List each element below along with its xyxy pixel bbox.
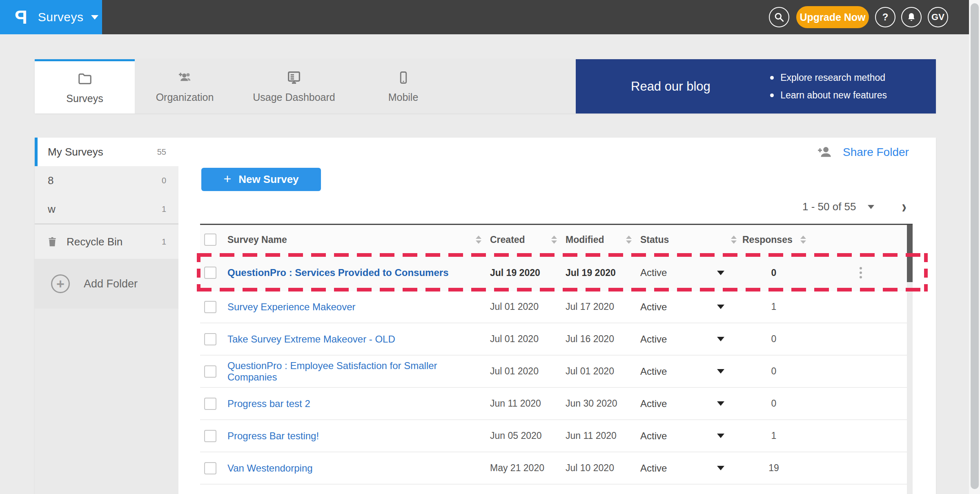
survey-name-link[interactable]: Take Survey Extreme Makeover - OLD	[227, 334, 395, 345]
row-checkbox[interactable]	[204, 398, 216, 410]
folder-label: My Surveys	[48, 146, 103, 158]
blog-bullet-item: Explore research method	[770, 72, 887, 83]
status-value[interactable]: Active	[634, 398, 702, 409]
column-header-status[interactable]: Status	[634, 225, 739, 254]
status-value[interactable]: Active	[634, 430, 702, 442]
sort-icon[interactable]	[551, 236, 557, 244]
sort-icon[interactable]	[476, 236, 481, 244]
status-dropdown-caret[interactable]	[702, 466, 739, 470]
status-dropdown-caret[interactable]	[702, 271, 739, 275]
module-tab[interactable]: Usage Dashboard	[235, 59, 353, 113]
modified-date-cell: Jul 16 2020	[559, 334, 634, 345]
column-label: Modified	[566, 234, 604, 245]
share-folder-link[interactable]: Share Folder	[817, 145, 909, 160]
tab-label: Mobile	[388, 91, 419, 103]
page-scrollbar-track[interactable]	[969, 0, 980, 494]
folder-list-item[interactable]: My Surveys 55	[35, 138, 178, 166]
row-checkbox[interactable]	[204, 462, 216, 474]
table-scrollbar-track[interactable]	[907, 225, 913, 494]
pagination-dropdown-caret[interactable]	[868, 205, 874, 209]
blog-bullet-item: Learn about new features	[770, 90, 887, 101]
upgrade-now-button[interactable]: Upgrade Now	[796, 6, 869, 28]
add-person-icon	[817, 145, 834, 160]
next-page-button[interactable]: ›	[902, 196, 906, 217]
questionpro-logo-icon: P	[15, 6, 27, 28]
row-checkbox[interactable]	[204, 430, 216, 442]
user-avatar[interactable]: GV	[928, 7, 948, 27]
row-checkbox[interactable]	[204, 267, 216, 279]
survey-name-link[interactable]: Survey Experience Makeover	[227, 301, 355, 312]
created-date-cell: Jul 19 2020	[484, 267, 559, 278]
recycle-bin-label: Recycle Bin	[67, 236, 122, 248]
status-value[interactable]: Active	[634, 334, 702, 345]
status-dropdown-caret[interactable]	[702, 305, 739, 309]
app-menu-label: Surveys	[38, 10, 84, 24]
select-all-checkbox[interactable]	[204, 234, 216, 246]
row-checkbox[interactable]	[204, 301, 216, 313]
blog-banner-title[interactable]: Read our blog	[631, 79, 710, 94]
survey-name-link[interactable]: Van Westendorping	[227, 463, 313, 474]
pagination-controls: 1 - 50 of 55 ›	[802, 199, 906, 215]
table-scrollbar-thumb[interactable]	[907, 225, 913, 282]
column-header-modified[interactable]: Modified	[559, 225, 634, 254]
status-dropdown-caret[interactable]	[702, 434, 739, 438]
table-body: QuestionPro : Services Provided to Consu…	[200, 254, 913, 494]
row-checkbox[interactable]	[204, 365, 216, 378]
survey-name-link[interactable]: QuestionPro : Employee Satisfaction for …	[227, 360, 437, 383]
pagination-range: 1 - 50 of 55	[802, 200, 856, 213]
top-navigation-bar: P Surveys Upgrade Now ? GV	[0, 0, 969, 34]
search-icon	[774, 12, 784, 22]
responses-count: 1	[739, 430, 808, 441]
survey-name-link[interactable]: QuestionPro : Services Provided to Consu…	[227, 267, 448, 278]
blog-bullet-list: Explore research method Learn about new …	[770, 72, 887, 101]
add-folder-button[interactable]: + Add Folder	[35, 259, 178, 309]
module-tab[interactable]: Mobile	[353, 59, 453, 113]
survey-row: Van Westendorping May 21 2020 Jul 10 202…	[200, 452, 913, 485]
created-date-cell: Jun 05 2020	[484, 430, 559, 441]
survey-name-link[interactable]: Progress bar test 2	[227, 398, 310, 409]
new-survey-button[interactable]: + New Survey	[201, 168, 321, 191]
sort-icon[interactable]	[731, 236, 737, 244]
status-dropdown-caret[interactable]	[702, 337, 739, 341]
status-value[interactable]: Active	[634, 463, 702, 474]
modified-date-cell: Jul 01 2020	[559, 366, 634, 377]
responses-count: 0	[739, 267, 808, 278]
trash-icon	[46, 236, 58, 248]
folder-list-item[interactable]: w 1	[35, 195, 178, 223]
responses-count: 1	[739, 301, 808, 312]
status-value[interactable]: Active	[634, 301, 702, 313]
survey-name-cell: Take Survey Extreme Makeover - OLD	[223, 334, 484, 345]
created-date-cell: May 21 2020	[484, 463, 559, 474]
column-header-created[interactable]: Created	[484, 225, 559, 254]
status-dropdown-caret[interactable]	[702, 369, 739, 374]
column-header-responses[interactable]: Responses	[739, 225, 808, 254]
column-label: Survey Name	[227, 234, 287, 245]
modified-date-cell: Jul 17 2020	[559, 301, 634, 312]
folder-list-item[interactable]: 8 0	[35, 166, 178, 195]
status-value[interactable]: Active	[634, 267, 702, 278]
modified-date-cell: Jun 30 2020	[559, 398, 634, 409]
status-dropdown-caret[interactable]	[702, 401, 739, 406]
folder-icon	[77, 71, 93, 87]
recycle-bin-item[interactable]: Recycle Bin 1	[35, 225, 178, 259]
status-value[interactable]: Active	[634, 366, 702, 377]
module-tab[interactable]: Surveys	[35, 59, 135, 113]
sort-icon[interactable]	[626, 236, 632, 244]
search-button[interactable]	[769, 7, 789, 27]
survey-name-link[interactable]: Progress Bar testing!	[227, 430, 319, 441]
survey-row: Progress bar test 2 Jun 11 2020 Jun 30 2…	[200, 388, 913, 420]
folder-count: 1	[162, 205, 166, 214]
survey-row: Take Survey Extreme Makeover - OLD Jul 0…	[200, 323, 913, 356]
column-header-survey-name[interactable]: Survey Name	[223, 225, 484, 254]
row-menu-kebab-icon[interactable]	[857, 265, 864, 281]
survey-name-cell: QuestionPro : Employee Satisfaction for …	[223, 360, 484, 383]
help-button[interactable]: ?	[875, 7, 895, 27]
sort-icon[interactable]	[800, 236, 806, 244]
tab-label: Organization	[156, 91, 214, 103]
created-date-cell: Jun 11 2020	[484, 398, 559, 409]
row-checkbox[interactable]	[204, 333, 216, 345]
page-scrollbar-thumb[interactable]	[971, 3, 979, 489]
app-switcher[interactable]: P Surveys	[0, 0, 102, 34]
notifications-button[interactable]	[901, 7, 922, 27]
module-tab[interactable]: Organization	[135, 59, 235, 113]
